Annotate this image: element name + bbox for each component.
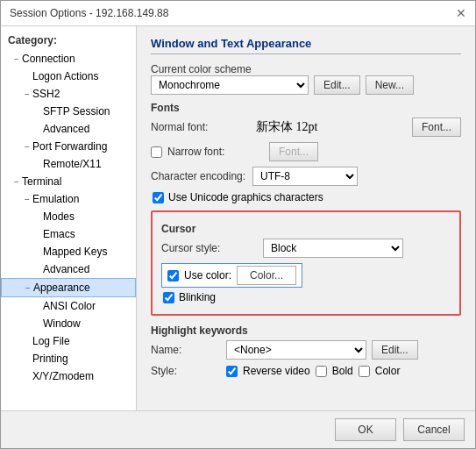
sidebar-item-mapped-keys[interactable]: Mapped Keys (1, 243, 136, 260)
sidebar-label-xyz-modem: X/Y/Zmodem (32, 370, 94, 382)
sidebar-item-advanced2[interactable]: Advanced (1, 260, 136, 278)
fonts-label: Fonts (151, 102, 461, 114)
unicode-row: Use Unicode graphics characters (153, 191, 461, 203)
narrow-font-row: Narrow font: Font... (151, 142, 461, 161)
cancel-button[interactable]: Cancel (403, 418, 465, 441)
sidebar-item-logon-actions[interactable]: Logon Actions (1, 68, 136, 85)
sidebar-label-terminal: Terminal (22, 175, 61, 188)
cursor-section-label: Cursor (161, 223, 451, 235)
color-scheme-select[interactable]: MonochromeWhite / BlackBlack / White (151, 75, 309, 95)
fonts-group: Fonts Normal font: 新宋体 12pt Font... Narr… (151, 102, 461, 203)
category-label: Category: (1, 31, 136, 50)
cursor-style-label: Cursor style: (161, 242, 258, 254)
encoding-label: Character encoding: (151, 170, 247, 182)
sidebar-item-printing[interactable]: Printing (1, 350, 136, 367)
sidebar-label-advanced2: Advanced (43, 263, 89, 275)
use-color-checkbox[interactable] (167, 270, 179, 282)
normal-font-row: Normal font: 新宋体 12pt Font... (151, 118, 461, 137)
use-color-row: Use color: Color... (161, 263, 302, 288)
sidebar-item-modes[interactable]: Modes (1, 208, 136, 225)
sidebar-item-appearance[interactable]: −Appearance (1, 278, 136, 297)
sidebar-item-log-file[interactable]: Log File (1, 332, 136, 350)
narrow-font-label: Narrow font: (167, 146, 264, 158)
sidebar-label-emulation: Emulation (32, 193, 79, 205)
titlebar: Session Options - 192.168.149.88 ✕ (1, 1, 475, 26)
cursor-style-select[interactable]: BlockUnderlineVertical Bar (263, 239, 403, 258)
highlight-section: Highlight keywords Name: <None> Edit... … (151, 324, 461, 377)
highlight-style-row: Style: Reverse video Bold Color (151, 365, 461, 377)
sidebar-item-sftp-session[interactable]: SFTP Session (1, 103, 136, 120)
normal-font-button[interactable]: Font... (412, 118, 461, 137)
color-scheme-label: Current color scheme (151, 63, 461, 75)
sidebar-item-emulation[interactable]: −Emulation (1, 190, 136, 208)
sidebar-label-log-file: Log File (32, 335, 70, 347)
highlight-name-select[interactable]: <None> (226, 340, 366, 360)
expander-terminal[interactable]: − (11, 177, 22, 187)
expander-ssh2[interactable]: − (22, 89, 32, 99)
session-options-window: Session Options - 192.168.149.88 ✕ Categ… (0, 0, 476, 449)
color-scheme-row: MonochromeWhite / BlackBlack / White Edi… (151, 75, 461, 95)
sidebar-label-emacs: Emacs (43, 228, 75, 240)
edit-color-scheme-button[interactable]: Edit... (314, 75, 360, 95)
color-button[interactable]: Color... (237, 266, 296, 285)
color-checkbox[interactable] (359, 366, 370, 377)
sidebar-item-advanced[interactable]: Advanced (1, 120, 136, 138)
sidebar: Category: −ConnectionLogon Actions−SSH2S… (1, 26, 137, 410)
sidebar-label-port-forwarding: Port Forwarding (32, 140, 107, 153)
content-area: Category: −ConnectionLogon Actions−SSH2S… (1, 26, 475, 410)
sidebar-item-port-forwarding[interactable]: −Port Forwarding (1, 138, 136, 155)
unicode-label: Use Unicode graphics characters (168, 191, 323, 203)
highlight-name-row: Name: <None> Edit... (151, 340, 461, 360)
blinking-label: Blinking (179, 291, 216, 303)
color-label: Color (375, 365, 401, 377)
expander-appearance[interactable]: − (23, 283, 33, 293)
sidebar-label-ansi-color: ANSI Color (43, 300, 96, 312)
reverse-video-checkbox[interactable] (226, 366, 238, 377)
highlight-style-label: Style: (151, 365, 221, 377)
normal-font-value: 新宋体 12pt (256, 119, 407, 135)
expander-connection[interactable]: − (11, 54, 22, 64)
close-icon[interactable]: ✕ (456, 6, 466, 20)
sidebar-item-terminal[interactable]: −Terminal (1, 173, 136, 190)
sidebar-item-ansi-color[interactable]: ANSI Color (1, 297, 136, 315)
sidebar-label-sftp-session: SFTP Session (43, 105, 110, 118)
cursor-style-row: Cursor style: BlockUnderlineVertical Bar (161, 239, 451, 258)
main-panel: Window and Text Appearance Current color… (137, 26, 475, 410)
bold-checkbox[interactable] (316, 366, 327, 377)
sidebar-label-modes: Modes (43, 210, 75, 223)
sidebar-label-remote-x11: Remote/X11 (43, 158, 102, 170)
sidebar-label-connection: Connection (22, 53, 75, 65)
sidebar-item-remote-x11[interactable]: Remote/X11 (1, 155, 136, 173)
highlight-edit-button[interactable]: Edit... (372, 340, 418, 360)
sidebar-item-emacs[interactable]: Emacs (1, 225, 136, 243)
sidebar-label-window: Window (43, 317, 81, 330)
reverse-video-label: Reverse video (243, 365, 310, 377)
ok-button[interactable]: OK (335, 418, 396, 441)
sidebar-label-advanced: Advanced (43, 123, 89, 135)
sidebar-item-xyz-modem[interactable]: X/Y/Zmodem (1, 367, 136, 385)
narrow-font-checkbox[interactable] (151, 146, 162, 158)
bold-label: Bold (332, 365, 353, 377)
sidebar-label-appearance: Appearance (33, 282, 90, 294)
expander-emulation[interactable]: − (22, 195, 32, 204)
encoding-row: Character encoding: UTF-8ASCIIISO-8859-1… (151, 167, 461, 186)
blinking-checkbox[interactable] (163, 292, 174, 303)
sidebar-item-window[interactable]: Window (1, 315, 136, 332)
sidebar-label-printing: Printing (32, 353, 68, 365)
narrow-font-button[interactable]: Font... (269, 142, 318, 161)
cursor-section: Cursor Cursor style: BlockUnderlineVerti… (151, 210, 461, 316)
sidebar-label-mapped-keys: Mapped Keys (43, 246, 107, 258)
expander-port-forwarding[interactable]: − (22, 142, 32, 152)
highlight-name-label: Name: (151, 344, 221, 356)
sidebar-label-ssh2: SSH2 (32, 88, 60, 100)
unicode-checkbox[interactable] (153, 192, 164, 203)
tree-container: −ConnectionLogon Actions−SSH2SFTP Sessio… (1, 50, 136, 385)
use-color-label: Use color: (184, 269, 231, 282)
encoding-select[interactable]: UTF-8ASCIIISO-8859-1GB2312 (252, 167, 358, 186)
highlight-label: Highlight keywords (151, 324, 461, 337)
new-color-scheme-button[interactable]: New... (366, 75, 414, 95)
window-title: Session Options - 192.168.149.88 (10, 7, 168, 19)
sidebar-item-ssh2[interactable]: −SSH2 (1, 85, 136, 103)
sidebar-item-connection[interactable]: −Connection (1, 50, 136, 68)
normal-font-label: Normal font: (151, 121, 247, 133)
